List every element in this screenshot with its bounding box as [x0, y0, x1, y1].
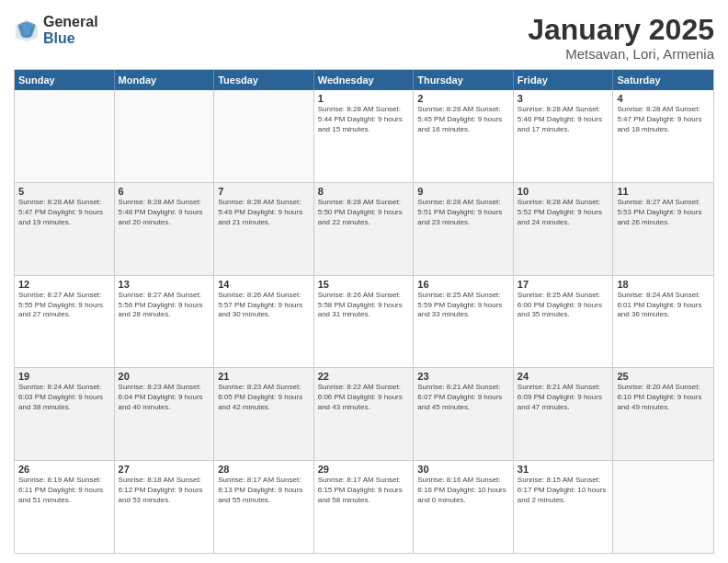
calendar-cell: 22Sunrise: 8:22 AM Sunset: 6:06 PM Dayli…: [314, 368, 415, 460]
weekday-thursday: Thursday: [414, 70, 514, 90]
calendar-row-5: 26Sunrise: 8:19 AM Sunset: 6:11 PM Dayli…: [15, 461, 713, 553]
day-number: 14: [218, 279, 310, 290]
day-info: Sunrise: 8:27 AM Sunset: 5:55 PM Dayligh…: [18, 291, 110, 320]
day-info: Sunrise: 8:15 AM Sunset: 6:17 PM Dayligh…: [518, 476, 609, 505]
day-number: 27: [119, 464, 210, 475]
calendar-cell: 23Sunrise: 8:21 AM Sunset: 6:07 PM Dayli…: [414, 368, 514, 460]
day-info: Sunrise: 8:28 AM Sunset: 5:44 PM Dayligh…: [318, 105, 410, 134]
day-number: 13: [119, 279, 210, 290]
title-location: Metsavan, Lori, Armenia: [528, 46, 714, 62]
calendar: Sunday Monday Tuesday Wednesday Thursday…: [14, 69, 714, 554]
calendar-row-1: 1Sunrise: 8:28 AM Sunset: 5:44 PM Daylig…: [15, 90, 713, 183]
day-number: 22: [318, 371, 410, 382]
day-number: 24: [518, 371, 609, 382]
calendar-cell: 4Sunrise: 8:28 AM Sunset: 5:47 PM Daylig…: [613, 90, 713, 182]
day-info: Sunrise: 8:28 AM Sunset: 5:52 PM Dayligh…: [518, 198, 609, 227]
calendar-cell: 3Sunrise: 8:28 AM Sunset: 5:46 PM Daylig…: [514, 90, 614, 182]
calendar-cell: 7Sunrise: 8:28 AM Sunset: 5:49 PM Daylig…: [214, 183, 314, 275]
calendar-cell: 9Sunrise: 8:28 AM Sunset: 5:51 PM Daylig…: [414, 183, 514, 275]
day-number: 1: [318, 93, 410, 104]
calendar-cell: 27Sunrise: 8:18 AM Sunset: 6:12 PM Dayli…: [115, 461, 215, 553]
title-month: January 2025: [528, 14, 714, 46]
day-number: 15: [318, 279, 410, 290]
logo: General Blue: [14, 14, 98, 46]
day-info: Sunrise: 8:16 AM Sunset: 6:16 PM Dayligh…: [417, 476, 509, 505]
header: General Blue January 2025 Metsavan, Lori…: [14, 14, 714, 62]
calendar-cell: 28Sunrise: 8:17 AM Sunset: 6:13 PM Dayli…: [214, 461, 314, 553]
day-number: 12: [18, 279, 110, 290]
day-number: 3: [518, 93, 609, 104]
day-number: 29: [318, 464, 410, 475]
day-info: Sunrise: 8:24 AM Sunset: 6:01 PM Dayligh…: [617, 291, 710, 320]
day-info: Sunrise: 8:28 AM Sunset: 5:49 PM Dayligh…: [218, 198, 310, 227]
day-number: 7: [218, 186, 310, 197]
day-info: Sunrise: 8:28 AM Sunset: 5:48 PM Dayligh…: [119, 198, 210, 227]
calendar-cell: 29Sunrise: 8:17 AM Sunset: 6:15 PM Dayli…: [314, 461, 415, 553]
day-number: 4: [617, 93, 710, 104]
calendar-cell: 25Sunrise: 8:20 AM Sunset: 6:10 PM Dayli…: [613, 368, 713, 460]
page: General Blue January 2025 Metsavan, Lori…: [0, 0, 728, 563]
day-number: 17: [518, 279, 609, 290]
day-info: Sunrise: 8:28 AM Sunset: 5:47 PM Dayligh…: [617, 105, 710, 134]
calendar-header: Sunday Monday Tuesday Wednesday Thursday…: [15, 70, 713, 90]
day-number: 30: [417, 464, 509, 475]
day-info: Sunrise: 8:25 AM Sunset: 6:00 PM Dayligh…: [518, 291, 609, 320]
day-number: 26: [18, 464, 110, 475]
day-number: 21: [218, 371, 310, 382]
calendar-row-4: 19Sunrise: 8:24 AM Sunset: 6:03 PM Dayli…: [15, 368, 713, 461]
calendar-row-3: 12Sunrise: 8:27 AM Sunset: 5:55 PM Dayli…: [15, 276, 713, 369]
calendar-cell: 11Sunrise: 8:27 AM Sunset: 5:53 PM Dayli…: [613, 183, 713, 275]
calendar-cell: [214, 90, 314, 182]
day-number: 23: [417, 371, 509, 382]
day-number: 18: [617, 279, 710, 290]
day-info: Sunrise: 8:24 AM Sunset: 6:03 PM Dayligh…: [18, 383, 110, 412]
day-number: 11: [617, 186, 710, 197]
calendar-cell: 17Sunrise: 8:25 AM Sunset: 6:00 PM Dayli…: [514, 276, 614, 368]
calendar-cell: [115, 90, 215, 182]
calendar-cell: 14Sunrise: 8:26 AM Sunset: 5:57 PM Dayli…: [214, 276, 314, 368]
logo-blue-text: Blue: [43, 30, 98, 47]
day-info: Sunrise: 8:23 AM Sunset: 6:05 PM Dayligh…: [218, 383, 310, 412]
calendar-cell: 13Sunrise: 8:27 AM Sunset: 5:56 PM Dayli…: [115, 276, 215, 368]
day-number: 19: [18, 371, 110, 382]
day-info: Sunrise: 8:23 AM Sunset: 6:04 PM Dayligh…: [119, 383, 210, 412]
calendar-cell: 10Sunrise: 8:28 AM Sunset: 5:52 PM Dayli…: [514, 183, 614, 275]
day-number: 28: [218, 464, 310, 475]
day-info: Sunrise: 8:28 AM Sunset: 5:51 PM Dayligh…: [417, 198, 509, 227]
calendar-cell: 21Sunrise: 8:23 AM Sunset: 6:05 PM Dayli…: [214, 368, 314, 460]
weekday-tuesday: Tuesday: [214, 70, 314, 90]
day-info: Sunrise: 8:18 AM Sunset: 6:12 PM Dayligh…: [119, 476, 210, 505]
calendar-row-2: 5Sunrise: 8:28 AM Sunset: 5:47 PM Daylig…: [15, 183, 713, 276]
calendar-cell: [613, 461, 713, 553]
day-info: Sunrise: 8:26 AM Sunset: 5:57 PM Dayligh…: [218, 291, 310, 320]
calendar-cell: 18Sunrise: 8:24 AM Sunset: 6:01 PM Dayli…: [613, 276, 713, 368]
calendar-cell: 30Sunrise: 8:16 AM Sunset: 6:16 PM Dayli…: [414, 461, 514, 553]
calendar-cell: 2Sunrise: 8:28 AM Sunset: 5:45 PM Daylig…: [414, 90, 514, 182]
day-number: 10: [518, 186, 609, 197]
day-number: 5: [18, 186, 110, 197]
day-info: Sunrise: 8:28 AM Sunset: 5:45 PM Dayligh…: [417, 105, 509, 134]
weekday-monday: Monday: [115, 70, 215, 90]
day-info: Sunrise: 8:19 AM Sunset: 6:11 PM Dayligh…: [18, 476, 110, 505]
day-info: Sunrise: 8:27 AM Sunset: 5:53 PM Dayligh…: [617, 198, 710, 227]
logo-text: General Blue: [43, 14, 98, 46]
day-number: 6: [119, 186, 210, 197]
calendar-cell: 15Sunrise: 8:26 AM Sunset: 5:58 PM Dayli…: [314, 276, 415, 368]
weekday-wednesday: Wednesday: [314, 70, 415, 90]
weekday-sunday: Sunday: [15, 70, 115, 90]
calendar-cell: 1Sunrise: 8:28 AM Sunset: 5:44 PM Daylig…: [314, 90, 415, 182]
calendar-cell: [15, 90, 115, 182]
day-info: Sunrise: 8:28 AM Sunset: 5:50 PM Dayligh…: [318, 198, 410, 227]
weekday-friday: Friday: [514, 70, 614, 90]
day-info: Sunrise: 8:26 AM Sunset: 5:58 PM Dayligh…: [318, 291, 410, 320]
day-info: Sunrise: 8:28 AM Sunset: 5:47 PM Dayligh…: [18, 198, 110, 227]
day-info: Sunrise: 8:17 AM Sunset: 6:13 PM Dayligh…: [218, 476, 310, 505]
calendar-cell: 6Sunrise: 8:28 AM Sunset: 5:48 PM Daylig…: [115, 183, 215, 275]
calendar-cell: 8Sunrise: 8:28 AM Sunset: 5:50 PM Daylig…: [314, 183, 415, 275]
day-number: 16: [417, 279, 509, 290]
day-info: Sunrise: 8:21 AM Sunset: 6:09 PM Dayligh…: [518, 383, 609, 412]
day-info: Sunrise: 8:22 AM Sunset: 6:06 PM Dayligh…: [318, 383, 410, 412]
day-info: Sunrise: 8:25 AM Sunset: 5:59 PM Dayligh…: [417, 291, 509, 320]
day-info: Sunrise: 8:20 AM Sunset: 6:10 PM Dayligh…: [617, 383, 710, 412]
day-info: Sunrise: 8:17 AM Sunset: 6:15 PM Dayligh…: [318, 476, 410, 505]
